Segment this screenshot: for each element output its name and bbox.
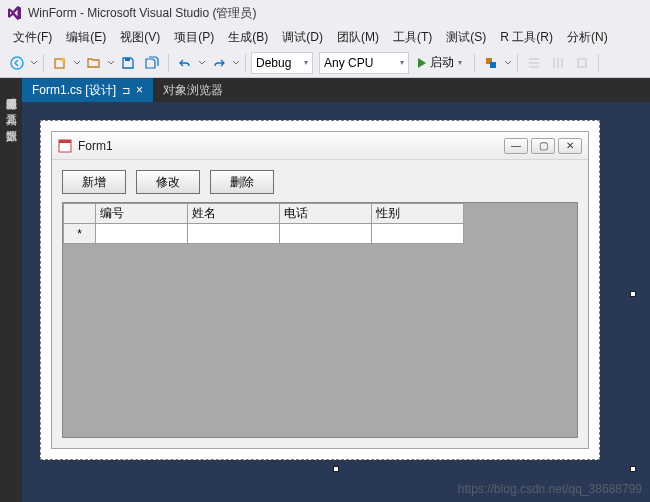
grid-cell[interactable] [280,224,372,244]
config-value: Debug [256,56,291,70]
tab-object-browser[interactable]: 对象浏览器 [153,78,233,102]
resize-handle-corner[interactable] [630,466,636,472]
grid-col-gender[interactable]: 性别 [372,204,464,224]
minimize-button[interactable]: — [504,138,528,154]
menu-view[interactable]: 视图(V) [113,27,167,48]
platform-combo[interactable]: Any CPU▾ [319,52,409,74]
winform-preview[interactable]: Form1 — ▢ ✕ 新增 修改 删除 [51,131,589,449]
form-designer[interactable]: Form1 — ▢ ✕ 新增 修改 删除 [22,102,650,502]
winform-titlebar: Form1 — ▢ ✕ [52,132,588,160]
separator [517,54,518,72]
menu-team[interactable]: 团队(M) [330,27,386,48]
toolbar: Debug▾ Any CPU▾ 启动▾ [0,48,650,78]
start-debug-button[interactable]: 启动▾ [411,52,469,74]
pin-icon[interactable]: ⊐ [122,85,130,96]
document-well: Form1.cs [设计] ⊐ × 对象浏览器 Form1 — [22,78,650,502]
save-all-button[interactable] [141,52,163,74]
document-tabs: Form1.cs [设计] ⊐ × 对象浏览器 [22,78,650,102]
window-titlebar: WinForm - Microsoft Visual Studio (管理员) [0,0,650,26]
menu-edit[interactable]: 编辑(E) [59,27,113,48]
grid-row-header[interactable]: * [64,224,96,244]
menu-bar: 文件(F) 编辑(E) 视图(V) 项目(P) 生成(B) 调试(D) 团队(M… [0,26,650,48]
form-icon [58,139,72,153]
sidetab-server-explorer[interactable]: 服务器资源管理器 [2,82,21,98]
nav-history-dropdown[interactable] [30,52,38,74]
menu-analyze[interactable]: 分析(N) [560,27,615,48]
chevron-down-icon: ▾ [304,58,308,67]
config-combo[interactable]: Debug▾ [251,52,313,74]
separator [245,54,246,72]
new-dropdown[interactable] [73,52,81,74]
process-dropdown[interactable] [504,52,512,74]
watermark: https://blog.csdn.net/qq_38688799 [458,482,642,496]
delete-button[interactable]: 删除 [210,170,274,194]
grid-cell[interactable] [372,224,464,244]
design-canvas[interactable]: Form1 — ▢ ✕ 新增 修改 删除 [40,120,600,460]
grid-new-row[interactable]: * [64,224,464,244]
resize-handle-right[interactable] [630,291,636,297]
menu-file[interactable]: 文件(F) [6,27,59,48]
start-label: 启动 [430,54,454,71]
play-icon [418,58,426,68]
platform-value: Any CPU [324,56,373,70]
separator [474,54,475,72]
close-icon[interactable]: × [136,83,143,97]
grid-cell[interactable] [188,224,280,244]
menu-test[interactable]: 测试(S) [439,27,493,48]
undo-button[interactable] [174,52,196,74]
add-button[interactable]: 新增 [62,170,126,194]
menu-rtools[interactable]: R 工具(R) [493,27,560,48]
tab-form1-design[interactable]: Form1.cs [设计] ⊐ × [22,78,153,102]
align-button-1[interactable] [523,52,545,74]
svg-rect-5 [578,59,586,67]
open-dropdown[interactable] [107,52,115,74]
separator [598,54,599,72]
separator [43,54,44,72]
sidetab-toolbox[interactable]: 工具箱 [2,98,21,114]
winform-title: Form1 [78,139,504,153]
redo-button[interactable] [208,52,230,74]
svg-rect-7 [59,140,71,143]
grid-corner[interactable] [64,204,96,224]
separator [168,54,169,72]
align-button-2[interactable] [547,52,569,74]
winform-body: 新增 修改 删除 编号 姓名 电话 性 [52,160,588,448]
menu-debug[interactable]: 调试(D) [275,27,330,48]
svg-rect-4 [490,62,496,68]
grid-col-id[interactable]: 编号 [96,204,188,224]
side-panel: 服务器资源管理器 工具箱 数据源 [0,78,22,502]
nav-back-button[interactable] [6,52,28,74]
sidetab-data-sources[interactable]: 数据源 [2,114,21,130]
undo-dropdown[interactable] [198,52,206,74]
grid-col-name[interactable]: 姓名 [188,204,280,224]
chevron-down-icon: ▾ [400,58,404,67]
close-button[interactable]: ✕ [558,138,582,154]
grid-col-phone[interactable]: 电话 [280,204,372,224]
open-file-button[interactable] [83,52,105,74]
visual-studio-icon [6,5,22,21]
process-button[interactable] [480,52,502,74]
redo-dropdown[interactable] [232,52,240,74]
menu-project[interactable]: 项目(P) [167,27,221,48]
resize-handle-bottom[interactable] [333,466,339,472]
tab-label: Form1.cs [设计] [32,82,116,99]
new-project-button[interactable] [49,52,71,74]
align-button-3[interactable] [571,52,593,74]
window-title: WinForm - Microsoft Visual Studio (管理员) [28,5,257,22]
chevron-down-icon: ▾ [458,58,462,67]
save-button[interactable] [117,52,139,74]
edit-button[interactable]: 修改 [136,170,200,194]
grid-cell[interactable] [96,224,188,244]
svg-point-0 [11,57,23,69]
menu-tools[interactable]: 工具(T) [386,27,439,48]
menu-build[interactable]: 生成(B) [221,27,275,48]
tab-label: 对象浏览器 [163,82,223,99]
maximize-button[interactable]: ▢ [531,138,555,154]
datagridview[interactable]: 编号 姓名 电话 性别 * [62,202,578,438]
svg-rect-2 [125,58,130,61]
